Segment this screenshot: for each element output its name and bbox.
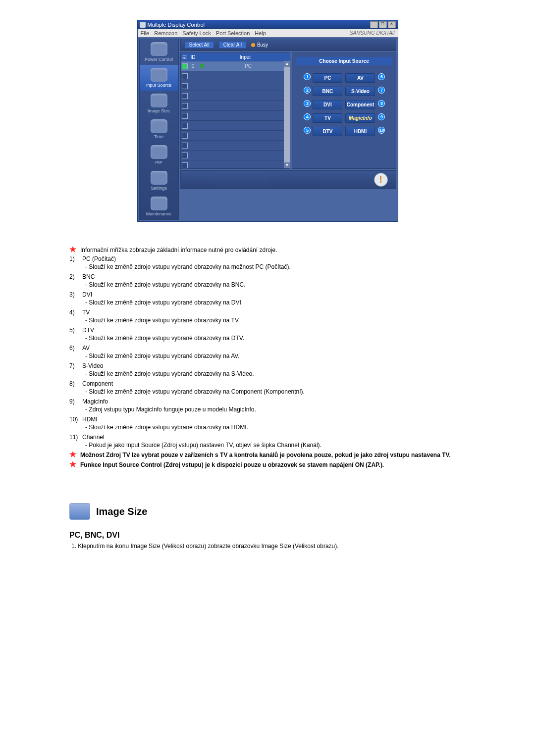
select-all-button[interactable]: Select All bbox=[185, 41, 214, 49]
section-title: Image Size bbox=[96, 506, 147, 517]
time-icon bbox=[151, 119, 167, 133]
row-checkbox[interactable] bbox=[182, 133, 188, 139]
menu-help[interactable]: Help bbox=[255, 30, 266, 36]
sidebar-item-label: Maintenance bbox=[146, 211, 172, 216]
table-row[interactable] bbox=[181, 71, 290, 81]
row-checkbox[interactable] bbox=[182, 143, 188, 149]
image-size-icon bbox=[69, 503, 90, 520]
clear-all-button[interactable]: Clear All bbox=[219, 41, 246, 49]
list-number: 2) bbox=[69, 273, 78, 280]
list-title: BNC bbox=[82, 273, 95, 280]
sidebar-item-maintenance[interactable]: Maintenance bbox=[140, 194, 178, 219]
scroll-down-icon[interactable]: ▼ bbox=[284, 162, 290, 168]
list-title: MagicInfo bbox=[82, 398, 108, 405]
star-icon: ★ bbox=[69, 461, 75, 468]
list-desc: - Slouží ke změně zdroje vstupu vybrané … bbox=[85, 424, 466, 431]
list-desc: - Slouží ke změně zdroje vstupu vybrané … bbox=[85, 335, 466, 342]
app-window: Multiple Display Control _ □ × File Remo… bbox=[137, 20, 398, 222]
menu-file[interactable]: File bbox=[141, 30, 150, 36]
source-bnc-button[interactable]: BNC bbox=[313, 87, 342, 96]
list-desc: - Pokud je jako Input Source (Zdroj vstu… bbox=[85, 442, 466, 449]
menu-port[interactable]: Port Selection bbox=[216, 30, 250, 36]
sidebar-item-label: Settings bbox=[151, 186, 167, 191]
close-button[interactable]: × bbox=[388, 21, 396, 28]
sidebar-item-label: Input Source bbox=[146, 83, 171, 88]
note-text: Možnost Zdroj TV lze vybrat pouze v zaří… bbox=[80, 452, 466, 458]
table-row[interactable] bbox=[181, 101, 290, 110]
sub-heading: PC, BNC, DVI bbox=[69, 531, 466, 540]
title-bar: Multiple Display Control _ □ × bbox=[138, 20, 398, 29]
menu-safety[interactable]: Safety Lock bbox=[182, 30, 211, 36]
row-checkbox[interactable] bbox=[182, 93, 188, 99]
scroll-up-icon[interactable]: ▲ bbox=[284, 61, 290, 67]
callout-badge: 8 bbox=[378, 100, 385, 107]
row-checkbox[interactable] bbox=[182, 73, 188, 79]
source-svideo-button[interactable]: S-Video bbox=[345, 87, 375, 96]
status-led-icon bbox=[200, 64, 204, 68]
maintenance-icon bbox=[151, 197, 167, 210]
source-av-button[interactable]: AV bbox=[345, 73, 375, 83]
table-row[interactable] bbox=[181, 120, 290, 130]
list-number: 8) bbox=[69, 380, 78, 387]
row-checkbox[interactable] bbox=[182, 123, 188, 129]
list-number: 5) bbox=[69, 327, 78, 334]
list-title: DVI bbox=[82, 291, 92, 298]
sidebar-item-input-source[interactable]: Input Source bbox=[140, 65, 178, 91]
source-tv-button[interactable]: TV bbox=[313, 113, 342, 123]
list-desc: - Slouží ke změně zdroje vstupu vybrané … bbox=[85, 370, 466, 377]
star-icon: ★ bbox=[69, 452, 75, 458]
grid-head-checkbox[interactable]: ☑ bbox=[181, 54, 189, 60]
grid-head-input: Input bbox=[207, 54, 284, 60]
sidebar-item-time[interactable]: Time bbox=[140, 116, 178, 142]
row-checkbox[interactable] bbox=[182, 83, 188, 89]
brand-label: SAMSUNG DIGITAll bbox=[350, 30, 394, 36]
source-panel: Choose Input Source 1 PC AV 6 2 BNC S-Vi… bbox=[292, 52, 396, 169]
table-row[interactable] bbox=[181, 150, 290, 160]
list-desc: - Slouží ke změně zdroje vstupu vybrané … bbox=[85, 353, 466, 359]
row-checkbox[interactable] bbox=[182, 152, 188, 158]
callout-badge: 10 bbox=[378, 127, 385, 134]
table-row[interactable]: 0 PC bbox=[181, 61, 290, 71]
source-component-button[interactable]: Component bbox=[345, 100, 375, 109]
minimize-button[interactable]: _ bbox=[370, 21, 378, 28]
source-panel-title: Choose Input Source bbox=[296, 57, 391, 65]
table-row[interactable] bbox=[181, 81, 290, 91]
window-title: Multiple Display Control bbox=[148, 22, 369, 28]
row-checkbox[interactable] bbox=[182, 113, 188, 119]
source-hdmi-button[interactable]: HDMI bbox=[345, 127, 375, 136]
sidebar-item-image-size[interactable]: Image Size bbox=[140, 91, 178, 116]
list-desc: - Zdroj vstupu typu MagicInfo funguje po… bbox=[85, 406, 466, 413]
toolbar: Select All Clear All Busy bbox=[180, 39, 396, 51]
row-checkbox[interactable] bbox=[182, 103, 188, 109]
list-number: 7) bbox=[69, 362, 78, 369]
sidebar-item-pip[interactable]: PIP bbox=[140, 142, 178, 168]
table-row[interactable] bbox=[181, 130, 290, 140]
source-dtv-button[interactable]: DTV bbox=[313, 127, 342, 136]
scrollbar[interactable]: ▲ ▼ bbox=[284, 61, 290, 168]
note-text: Funkce Input Source Control (Zdroj vstup… bbox=[80, 461, 466, 468]
input-source-icon bbox=[151, 68, 167, 82]
list-number: 6) bbox=[69, 345, 78, 352]
row-checkbox[interactable] bbox=[182, 63, 188, 69]
list-number: 3) bbox=[69, 291, 78, 298]
table-row[interactable] bbox=[181, 140, 290, 150]
sidebar-item-label: Image Size bbox=[148, 108, 170, 113]
table-row[interactable] bbox=[181, 110, 290, 120]
source-pc-button[interactable]: PC bbox=[313, 73, 342, 83]
sidebar-item-settings[interactable]: Settings bbox=[140, 168, 178, 194]
source-magicinfo-button[interactable]: MagicInfo bbox=[345, 113, 375, 123]
list-title: S-Video bbox=[82, 362, 103, 369]
table-row[interactable] bbox=[181, 160, 290, 168]
callout-badge: 7 bbox=[378, 87, 385, 94]
list-desc: - Slouží ke změně zdroje vstupu vybrané … bbox=[85, 299, 466, 306]
row-checkbox[interactable] bbox=[182, 162, 188, 168]
source-dvi-button[interactable]: DVI bbox=[313, 100, 342, 109]
sidebar-item-label: Power Control bbox=[145, 57, 173, 62]
list-number: 4) bbox=[69, 309, 78, 316]
maximize-button[interactable]: □ bbox=[379, 21, 387, 28]
image-size-icon bbox=[151, 94, 167, 107]
sidebar-item-power[interactable]: Power Control bbox=[140, 39, 178, 65]
table-row[interactable] bbox=[181, 91, 290, 101]
menu-remocon[interactable]: Remocon bbox=[154, 30, 177, 36]
list-desc: - Slouží ke změně zdroje vstupu vybrané … bbox=[85, 317, 466, 324]
